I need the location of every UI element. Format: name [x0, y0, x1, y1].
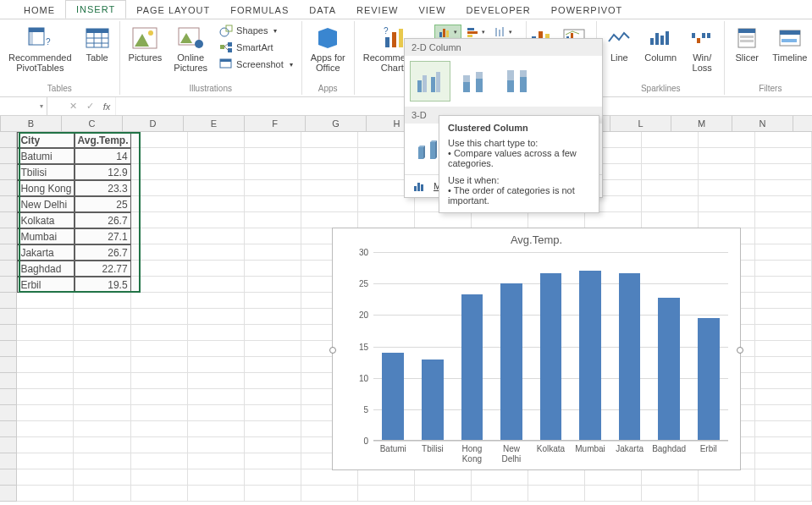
row-header[interactable] — [0, 469, 17, 486]
cell[interactable] — [245, 261, 301, 277]
chart-bar[interactable] — [422, 360, 444, 441]
cell[interactable] — [74, 437, 130, 453]
cell[interactable] — [188, 486, 245, 502]
cell[interactable] — [472, 469, 528, 486]
cell[interactable] — [245, 293, 301, 309]
stacked-100-column-option[interactable] — [498, 61, 539, 102]
formula-cancel-button[interactable]: ✕ — [64, 101, 81, 112]
cell[interactable]: Baghdad — [17, 261, 74, 277]
cell[interactable]: Mumbai — [17, 228, 74, 244]
cell[interactable] — [131, 309, 188, 325]
cell[interactable] — [188, 244, 245, 261]
chart-bar[interactable] — [461, 294, 483, 441]
cell[interactable] — [131, 212, 188, 228]
cell[interactable] — [17, 469, 74, 486]
cell[interactable] — [131, 421, 188, 437]
cell[interactable] — [755, 373, 812, 389]
cell[interactable] — [131, 373, 188, 389]
cell[interactable]: Hong Kong — [17, 180, 74, 196]
cell[interactable] — [528, 212, 585, 228]
cell[interactable] — [585, 486, 642, 502]
cell[interactable] — [755, 132, 812, 148]
cell[interactable] — [755, 212, 812, 228]
cell[interactable] — [74, 469, 130, 486]
cell[interactable] — [17, 309, 74, 325]
cell[interactable] — [642, 164, 699, 180]
cell[interactable] — [245, 148, 301, 164]
cell[interactable] — [131, 261, 188, 277]
cell[interactable] — [245, 486, 301, 502]
cell[interactable]: City — [17, 132, 74, 148]
insert-function-button[interactable]: fx — [98, 102, 115, 112]
cell[interactable] — [245, 341, 301, 357]
cell[interactable] — [131, 325, 188, 341]
cell[interactable]: Erbil — [17, 277, 74, 293]
column-header[interactable]: N — [732, 116, 793, 132]
chart-bar[interactable] — [619, 273, 641, 441]
cell[interactable] — [755, 261, 812, 277]
row-header[interactable] — [0, 180, 17, 196]
cell[interactable] — [17, 389, 74, 405]
timeline-button[interactable]: Timeline — [769, 23, 810, 64]
cell[interactable] — [528, 486, 585, 502]
name-box[interactable]: ▾ — [0, 97, 47, 115]
cell[interactable] — [131, 196, 188, 212]
row-header[interactable] — [0, 244, 17, 261]
row-header[interactable] — [0, 373, 17, 389]
cell[interactable] — [245, 469, 301, 486]
cell[interactable] — [17, 357, 74, 373]
column-header[interactable]: M — [671, 116, 732, 132]
cell[interactable] — [188, 357, 245, 373]
cell[interactable] — [188, 373, 245, 389]
cell[interactable]: 26.7 — [75, 244, 131, 261]
cell[interactable] — [755, 421, 812, 437]
cell[interactable]: 25 — [75, 196, 131, 212]
tab-data[interactable]: DATA — [299, 2, 346, 19]
cell[interactable] — [74, 293, 130, 309]
cell[interactable] — [17, 453, 74, 469]
cell[interactable] — [642, 148, 699, 164]
cell[interactable] — [755, 196, 812, 212]
tab-pagelayout[interactable]: PAGE LAYOUT — [126, 2, 220, 19]
cell[interactable] — [131, 437, 188, 453]
tab-developer[interactable]: DEVELOPER — [456, 2, 541, 19]
cell[interactable] — [188, 277, 245, 293]
cell[interactable] — [131, 180, 188, 196]
cell[interactable] — [301, 148, 358, 164]
cell[interactable] — [642, 196, 699, 212]
cell[interactable]: Tbilisi — [17, 164, 74, 180]
cell[interactable] — [755, 325, 812, 341]
cell[interactable]: 14 — [75, 148, 131, 164]
cell[interactable] — [74, 453, 130, 469]
row-header[interactable] — [0, 357, 17, 373]
column-header[interactable]: D — [123, 116, 184, 132]
cell[interactable] — [755, 309, 812, 325]
cell[interactable] — [74, 405, 130, 421]
cell[interactable] — [301, 469, 358, 486]
cell[interactable] — [585, 212, 642, 228]
row-header[interactable] — [0, 309, 17, 325]
cell[interactable] — [245, 277, 301, 293]
cell[interactable] — [755, 389, 812, 405]
cell[interactable] — [188, 228, 245, 244]
cell[interactable] — [17, 486, 74, 502]
cell[interactable] — [528, 469, 585, 486]
chart-bar[interactable] — [579, 271, 601, 441]
column-header[interactable]: B — [1, 116, 62, 132]
cell[interactable] — [17, 405, 74, 421]
cell[interactable] — [301, 212, 358, 228]
cell[interactable] — [472, 486, 528, 502]
shapes-button[interactable]: Shapes▾ — [216, 23, 296, 38]
chart-bar[interactable] — [658, 298, 680, 441]
cell[interactable] — [301, 180, 358, 196]
cell[interactable] — [358, 196, 415, 212]
cell[interactable] — [74, 389, 130, 405]
online-pictures-button[interactable]: Online Pictures — [170, 23, 211, 74]
cell[interactable] — [245, 357, 301, 373]
cell[interactable]: Batumi — [17, 148, 74, 164]
row-header[interactable] — [0, 421, 17, 437]
cell[interactable] — [755, 453, 812, 469]
cell[interactable] — [415, 486, 472, 502]
cell[interactable] — [755, 164, 812, 180]
cell[interactable] — [188, 341, 245, 357]
